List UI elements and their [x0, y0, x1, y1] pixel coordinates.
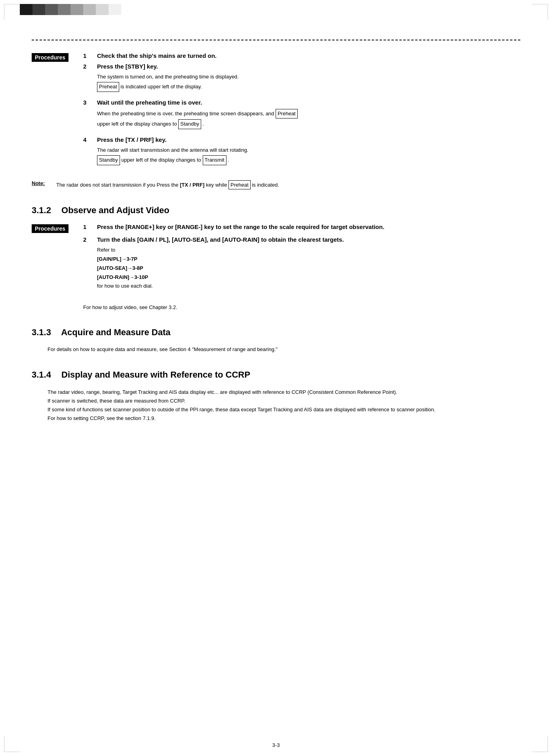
top-bar-square	[45, 4, 58, 15]
note-text3: is indicated.	[252, 182, 279, 188]
top-bar-square	[70, 4, 83, 15]
step-3-row: 3 Wait until the preheating time is over…	[83, 99, 520, 106]
step-312-1-row: 1 Press the [RANGE+] key or [RANGE-] key…	[83, 223, 520, 230]
procedures-badge-col-1: Procedures	[32, 52, 83, 62]
top-bar-square	[96, 4, 108, 15]
top-bar-square	[32, 4, 45, 15]
step-3-text1: When the preheating time is over, the pr…	[97, 111, 274, 116]
step-4-detail-p1: The radar will start transmission and th…	[97, 146, 520, 155]
step-4-detail-p2: Standby upper left of the display change…	[97, 155, 520, 165]
step-2-detail: The system is turned on, and the preheat…	[97, 73, 520, 92]
step-312-1-num: 1	[83, 223, 97, 230]
page-number: 3-3	[272, 742, 280, 748]
section-313-number: 3.1.3	[32, 327, 51, 337]
section-314-p1: The radar video, range, bearing, Target …	[48, 388, 520, 397]
step-1-num: 1	[83, 52, 97, 59]
procedures-badge-1: Procedures	[32, 53, 69, 62]
ref-link-3: [AUTO-RAIN]→3-10P	[97, 273, 520, 282]
step-4-row: 4 Press the [TX / PRF] key.	[83, 136, 520, 143]
standby-box-2: Standby	[97, 155, 120, 165]
corner-mark-bl	[4, 736, 20, 752]
step-2-num: 2	[83, 63, 97, 70]
section-313: 3.1.3 Acquire and Measure Data For detai…	[32, 327, 520, 354]
step-4-detail: The radar will start transmission and th…	[97, 146, 520, 165]
refer-to-text: Refer to	[97, 246, 520, 254]
ref-link-1: [GAIN/PL]→3-7P	[97, 255, 520, 263]
step-3-detail: When the preheating time is over, the pr…	[97, 109, 520, 130]
note-bold-text: [TX / PRF]	[180, 182, 204, 188]
for-how-each-dial: for how to use each dial.	[97, 282, 520, 290]
ref-gainpl: [GAIN/PL]→3-7P	[97, 256, 137, 262]
step-3-title: Wait until the preheating time is over.	[97, 99, 520, 106]
step-2-detail-text2: is indicated upper left of the display.	[120, 84, 202, 90]
proc-steps-col-1: 1 Check that the ship's mains are turned…	[83, 52, 520, 172]
note-text1: The radar does not start transmission if…	[56, 182, 179, 188]
note-text2: key while	[206, 182, 227, 188]
section-314-p3: If some kind of functions set scanner po…	[48, 405, 520, 414]
step-2-title: Press the [STBY] key.	[97, 63, 520, 70]
procedures-section-1: Procedures 1 Check that the ship's mains…	[32, 52, 520, 172]
section-312: 3.1.2 Observe and Adjust Video Procedure…	[32, 205, 520, 311]
section-313-body: For details on how to acquire data and m…	[48, 346, 520, 354]
step-4-num: 4	[83, 136, 97, 143]
section-314-body: The radar video, range, bearing, Target …	[48, 388, 520, 423]
corner-mark-br	[532, 736, 548, 752]
section-313-title: Acquire and Measure Data	[61, 327, 170, 337]
for-how-video: For how to adjust video, see Chapter 3.2…	[83, 304, 520, 311]
procedures-section-312: Procedures 1 Press the [RANGE+] key or […	[32, 223, 520, 298]
step-3-detail-p1: When the preheating time is over, the pr…	[97, 109, 520, 119]
preheat-box-2: Preheat	[276, 109, 298, 119]
section-314-p4: For how to setting CCRP, see the section…	[48, 414, 520, 423]
step-1-row: 1 Check that the ship's mains are turned…	[83, 52, 520, 59]
section-314: 3.1.4 Display and Measure with Reference…	[32, 370, 520, 423]
top-bar-square	[83, 4, 96, 15]
transmit-box-1: Transmit	[203, 155, 227, 165]
top-bar-square	[108, 4, 121, 15]
ref-autosea: [AUTO-SEA]→3-8P	[97, 265, 143, 271]
ref-autorain: [AUTO-RAIN]→3-10P	[97, 274, 148, 280]
step-2-detail-p1: The system is turned on, and the preheat…	[97, 73, 520, 81]
step-3-text2: upper left of the display changes to	[97, 121, 177, 127]
main-content: Procedures 1 Check that the ship's mains…	[32, 32, 520, 732]
section-313-heading: 3.1.3 Acquire and Measure Data	[32, 327, 520, 338]
section-312-heading: 3.1.2 Observe and Adjust Video	[32, 205, 520, 216]
step-4-text3: .	[228, 157, 229, 163]
note-text: The radar does not start transmission if…	[56, 180, 279, 190]
step-4-text2: upper left of the display changes to	[121, 157, 201, 163]
step-3-num: 3	[83, 99, 97, 106]
step-2-row: 2 Press the [STBY] key.	[83, 63, 520, 70]
section-314-number: 3.1.4	[32, 370, 51, 380]
note-section: Note: The radar does not start transmiss…	[32, 180, 520, 190]
step-312-2-row: 2 Turn the dials [GAIN / PL], [AUTO-SEA]…	[83, 236, 520, 243]
section-314-heading: 3.1.4 Display and Measure with Reference…	[32, 370, 520, 380]
step-2-detail-p2: Preheat is indicated upper left of the d…	[97, 82, 520, 92]
top-bar-square	[20, 4, 32, 15]
standby-box-1: Standby	[178, 119, 201, 129]
ref-link-2: [AUTO-SEA]→3-8P	[97, 264, 520, 273]
step-312-2-detail: Refer to [GAIN/PL]→3-7P [AUTO-SEA]→3-8P …	[97, 246, 520, 290]
step-312-2-title: Turn the dials [GAIN / PL], [AUTO-SEA], …	[97, 236, 520, 243]
corner-mark-tr	[532, 4, 548, 20]
procedures-badge-312: Procedures	[32, 224, 69, 233]
section-314-p2: If scanner is switched, these data are m…	[48, 397, 520, 405]
step-1-title: Check that the ship's mains are turned o…	[97, 52, 520, 59]
section-312-title: Observe and Adjust Video	[61, 205, 169, 215]
step-3-detail-p2: upper left of the display changes to Sta…	[97, 119, 520, 129]
procedures-badge-col-312: Procedures	[32, 223, 83, 233]
top-bar-square	[58, 4, 70, 15]
note-label: Note:	[32, 180, 51, 186]
section-312-number: 3.1.2	[32, 205, 51, 215]
section-314-title: Display and Measure with Reference to CC…	[61, 370, 250, 380]
dashed-divider	[32, 40, 520, 40]
corner-mark-tl	[4, 4, 20, 20]
step-312-1-title: Press the [RANGE+] key or [RANGE-] key t…	[97, 223, 520, 230]
step-4-title: Press the [TX / PRF] key.	[97, 136, 520, 143]
step-312-2-num: 2	[83, 236, 97, 243]
top-bar-gradient	[20, 4, 121, 15]
preheat-box-1: Preheat	[97, 82, 119, 92]
preheat-box-note: Preheat	[228, 180, 251, 190]
proc-steps-col-312: 1 Press the [RANGE+] key or [RANGE-] key…	[83, 223, 520, 298]
step-3-text3: .	[203, 121, 204, 127]
